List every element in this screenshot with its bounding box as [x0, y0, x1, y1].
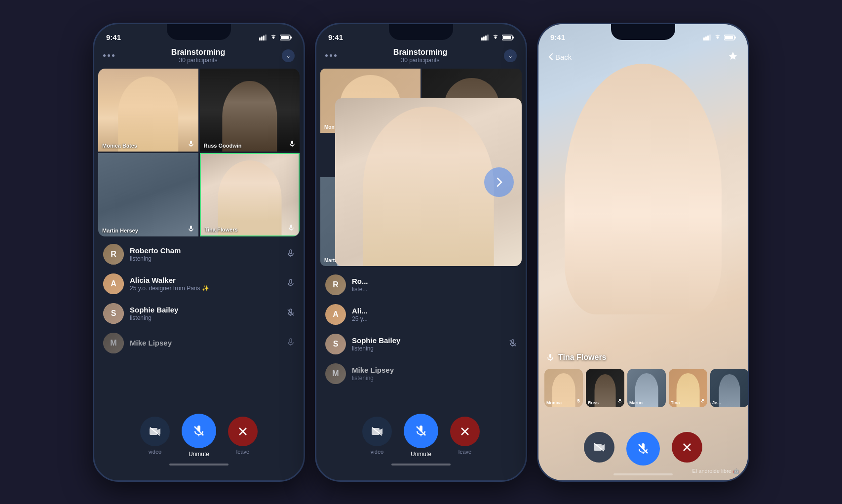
video-cell-martin[interactable]: Martin Hersey	[98, 153, 198, 236]
thumb-je[interactable]: Je...	[710, 369, 748, 407]
mute-label: Unmute	[189, 451, 209, 458]
name-sophie-2: Sophie Bailey	[352, 336, 503, 345]
leave-control[interactable]: leave	[228, 417, 258, 455]
avatar-alicia-2: A	[325, 304, 346, 325]
svg-rect-6	[290, 37, 292, 39]
avatar-roberto: R	[103, 244, 124, 265]
thumb-label-monica: Monica	[546, 400, 562, 405]
avatar-mike: M	[103, 333, 124, 353]
video-cell-tina[interactable]: Tina Flowers	[200, 153, 300, 236]
participant-alicia-2[interactable]: A Ali... 25 y...	[316, 300, 526, 329]
call-subtitle-1: 30 participants	[171, 57, 225, 64]
leave-control-2[interactable]: leave	[450, 417, 480, 455]
status-time-3: 9:41	[550, 33, 565, 41]
video-control-2[interactable]: video	[362, 417, 392, 455]
chevron-down-icon[interactable]: ⌄	[282, 49, 295, 62]
video-button-3[interactable]	[584, 432, 614, 463]
mute-button-3[interactable]	[626, 432, 660, 465]
svg-rect-17	[290, 279, 292, 283]
participant-mike[interactable]: M Mike Lipsey	[94, 328, 304, 358]
name-sophie: Sophie Bailey	[130, 306, 281, 314]
participant-roberto[interactable]: R Roberto Cham listening	[94, 239, 304, 269]
menu-dots[interactable]	[103, 54, 115, 57]
mic-sophie-muted	[287, 309, 295, 318]
svg-rect-49	[705, 37, 707, 40]
bottom-controls-2: video Unmute	[316, 409, 526, 480]
name-mike-2: Mike Lipsey	[352, 366, 517, 374]
thumb-russ[interactable]: Russ	[586, 369, 624, 407]
swipe-arrow-icon	[493, 176, 505, 188]
mute-control[interactable]: Unmute	[182, 414, 216, 458]
pin-icon	[728, 51, 738, 61]
video-button[interactable]	[140, 417, 170, 446]
info-sophie-2: Sophie Bailey listening	[352, 336, 503, 352]
video-cell-monica[interactable]: Monica Bates	[98, 69, 198, 152]
svg-rect-48	[703, 38, 705, 40]
call-header-1: Brainstorming 30 participants ⌄	[94, 46, 304, 69]
mute-control-2[interactable]: Unmute	[404, 414, 438, 458]
watermark: El androide libre 🤖	[692, 468, 740, 474]
svg-rect-32	[483, 37, 485, 40]
svg-rect-54	[734, 37, 736, 39]
avatar-sophie-2: S	[325, 334, 346, 354]
leave-button-2[interactable]	[450, 417, 480, 446]
mute-button[interactable]	[182, 414, 216, 448]
svg-rect-11	[190, 226, 192, 229]
thumb-monica[interactable]: Monica	[544, 369, 583, 407]
participant-sophie-2[interactable]: S Sophie Bailey listening	[316, 329, 526, 359]
mic-icon-russ	[289, 140, 296, 149]
chevron-down-icon-2[interactable]: ⌄	[504, 49, 517, 62]
svg-rect-51	[709, 35, 711, 40]
name-alicia: Alicia Walker	[130, 276, 281, 284]
video-control[interactable]: video	[140, 417, 170, 455]
mute-button-2[interactable]	[404, 414, 438, 448]
video-cell-russ[interactable]: Russ Goodwin	[200, 69, 300, 152]
main-speaker-tina[interactable]	[335, 98, 522, 266]
status-icons-1	[259, 35, 292, 40]
svg-rect-33	[485, 36, 487, 40]
pin-button[interactable]	[728, 51, 738, 63]
battery-icon	[280, 35, 292, 40]
video-label: video	[149, 449, 161, 455]
leave-button[interactable]	[228, 417, 258, 446]
swipe-indicator[interactable]	[484, 167, 514, 197]
info-alicia-2: Ali... 25 y...	[352, 307, 517, 322]
video-button-2[interactable]	[362, 417, 392, 446]
bottom-controls-1: video Unmute	[94, 409, 304, 480]
thumb-label-je: Je...	[712, 400, 721, 405]
participant-list-2: R Ro... liste... A Ali... 25 y... S Soph…	[316, 270, 526, 409]
mic-alicia	[287, 279, 295, 289]
mute-label-2: Unmute	[411, 451, 431, 458]
svg-rect-59	[702, 399, 704, 401]
status-time-2: 9:41	[328, 33, 343, 41]
participant-roberto-2[interactable]: R Ro... liste...	[316, 270, 526, 300]
mic-sophie-2	[509, 339, 517, 349]
svg-rect-31	[481, 38, 483, 40]
svg-rect-9	[291, 141, 293, 144]
info-sophie: Sophie Bailey listening	[130, 306, 281, 321]
back-button[interactable]: Back	[548, 53, 572, 61]
svg-rect-7	[190, 141, 192, 144]
mic-icon-badge	[546, 353, 554, 361]
home-indicator-1	[169, 464, 229, 465]
avatar-sophie: S	[103, 303, 124, 324]
wifi-icon	[269, 35, 277, 40]
leave-label: leave	[236, 449, 249, 455]
thumb-tina[interactable]: Tina	[669, 369, 707, 407]
video-label-monica: Monica Bates	[102, 143, 137, 149]
control-buttons-2: video Unmute	[362, 414, 480, 458]
leave-label-2: leave	[459, 449, 471, 455]
thumb-martin[interactable]: Martin	[627, 369, 666, 407]
phone-notch-2	[389, 24, 453, 40]
participant-mike-2[interactable]: M Mike Lipsey listening	[316, 359, 526, 388]
svg-rect-34	[487, 35, 489, 40]
participant-alicia[interactable]: A Alicia Walker 25 y.o. designer from Pa…	[94, 269, 304, 299]
svg-rect-15	[290, 250, 292, 254]
call-title-2: Brainstorming 30 participants	[393, 48, 447, 64]
menu-dots-2[interactable]	[325, 54, 337, 57]
phone-notch-3	[611, 24, 675, 40]
mic-roberto	[287, 249, 295, 259]
leave-button-3[interactable]	[672, 432, 702, 463]
home-indicator-3	[613, 473, 673, 475]
participant-sophie[interactable]: S Sophie Bailey listening	[94, 299, 304, 328]
